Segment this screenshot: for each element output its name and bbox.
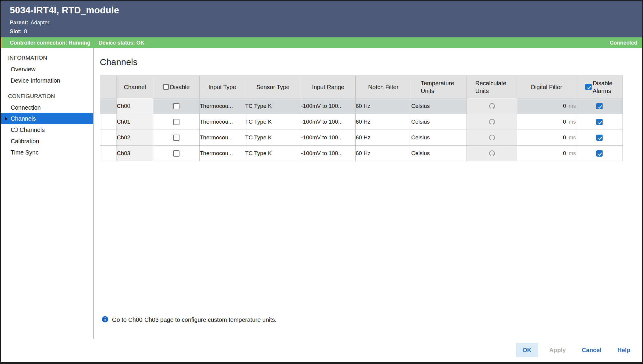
header-row-select <box>100 76 117 98</box>
input-range-cell[interactable]: -100mV to 100... <box>301 146 356 161</box>
cancel-button[interactable]: Cancel <box>577 343 606 357</box>
refresh-icon[interactable] <box>488 150 496 156</box>
digital-filter-value[interactable]: 0 <box>563 134 566 141</box>
sidebar-item-calibration[interactable]: Calibration <box>1 135 93 147</box>
slot-row: Slot:8 <box>10 28 642 35</box>
status-stripe <box>1 37 2 48</box>
disable-cell[interactable] <box>153 146 200 161</box>
temperature-units-cell[interactable]: Celsius <box>411 130 467 146</box>
header-disable-label: Disable <box>170 83 190 91</box>
page-title: Channels <box>100 57 642 67</box>
sidebar-item-channels[interactable]: Channels <box>1 113 93 124</box>
input-type-cell[interactable]: Thermocou... <box>200 146 245 161</box>
input-type-cell[interactable]: Thermocou... <box>200 98 245 114</box>
header-channel: Channel <box>117 76 153 98</box>
header-notch-filter: Notch Filter <box>356 76 411 98</box>
refresh-icon[interactable] <box>488 118 496 125</box>
help-button[interactable]: Help <box>613 343 635 357</box>
temperature-units-cell[interactable]: Celsius <box>411 146 467 161</box>
header-temperature-units: Temperature Units <box>411 76 467 98</box>
titlebar: 5034-IRT4I, RTD_module Parent:Adapter Sl… <box>1 1 642 37</box>
disable-alarms-all-checkbox[interactable] <box>585 84 592 90</box>
refresh-icon[interactable] <box>488 103 496 109</box>
disable-cell[interactable] <box>153 98 200 114</box>
table-row-ch01: Ch01 Thermocou... TC Type K -100mV to 10… <box>100 114 623 130</box>
ok-button[interactable]: OK <box>516 343 538 357</box>
table-row-ch02: Ch02 Thermocou... TC Type K -100mV to 10… <box>100 130 623 146</box>
row-selector-cell[interactable] <box>100 130 117 146</box>
input-type-cell[interactable]: Thermocou... <box>200 130 245 146</box>
disable-alarms-checkbox[interactable] <box>596 135 603 141</box>
notch-filter-cell[interactable]: 60 Hz <box>356 146 411 161</box>
main-content: Channels Channel Disable Input Type <box>94 48 642 363</box>
disable-alarms-cell[interactable] <box>576 114 623 130</box>
digital-filter-unit: ms <box>569 135 576 141</box>
digital-filter-cell[interactable]: 0ms <box>517 98 576 114</box>
digital-filter-unit: ms <box>569 103 576 109</box>
refresh-icon[interactable] <box>488 134 496 140</box>
input-type-cell[interactable]: Thermocou... <box>200 114 245 130</box>
sensor-type-cell[interactable]: TC Type K <box>245 130 301 146</box>
disable-cell[interactable] <box>153 130 200 146</box>
digital-filter-cell[interactable]: 0ms <box>517 130 576 146</box>
notch-filter-cell[interactable]: 60 Hz <box>356 114 411 130</box>
recalculate-units-cell[interactable] <box>467 98 517 114</box>
sidebar-item-cj-channels[interactable]: CJ Channels <box>1 124 93 135</box>
channel-cell: Ch00 <box>117 98 153 114</box>
header-input-range: Input Range <box>301 76 356 98</box>
status-bar: Controller connection: Running Device st… <box>1 37 642 48</box>
temperature-units-cell[interactable]: Celsius <box>411 98 467 114</box>
slot-value: 8 <box>24 29 27 34</box>
sensor-type-cell[interactable]: TC Type K <box>245 146 301 161</box>
parent-value: Adapter <box>31 20 49 26</box>
module-properties-window: 5034-IRT4I, RTD_module Parent:Adapter Sl… <box>0 0 643 364</box>
disable-all-checkbox[interactable] <box>163 84 169 90</box>
controller-connection-status: Controller connection: Running <box>10 40 90 46</box>
input-range-cell[interactable]: -100mV to 100... <box>301 98 356 114</box>
row-selector-cell[interactable] <box>100 98 117 114</box>
disable-checkbox[interactable] <box>173 103 179 109</box>
input-range-cell[interactable]: -100mV to 100... <box>301 114 356 130</box>
table-row-ch03: Ch03 Thermocou... TC Type K -100mV to 10… <box>100 146 623 161</box>
row-selector-cell[interactable] <box>100 146 117 161</box>
disable-checkbox[interactable] <box>173 119 179 125</box>
sidebar-item-time-sync[interactable]: Time Sync <box>1 147 93 158</box>
sidebar-item-connection[interactable]: Connection <box>1 102 93 113</box>
parent-label: Parent: <box>10 20 28 26</box>
parent-row: Parent:Adapter <box>10 19 642 26</box>
row-selector-cell[interactable] <box>100 114 117 130</box>
apply-button: Apply <box>545 343 571 357</box>
input-range-cell[interactable]: -100mV to 100... <box>301 130 356 146</box>
digital-filter-cell[interactable]: 0ms <box>517 146 576 161</box>
header-disable-alarms-label: Disable Alarms <box>593 79 614 95</box>
digital-filter-value[interactable]: 0 <box>563 103 566 109</box>
disable-cell[interactable] <box>153 114 200 130</box>
digital-filter-value[interactable]: 0 <box>563 150 566 156</box>
channels-table: Channel Disable Input Type Sensor Type I… <box>100 75 623 161</box>
sidebar-item-device-information[interactable]: Device Information <box>1 75 93 86</box>
header-disable-alarms: Disable Alarms <box>576 76 623 98</box>
channel-cell: Ch03 <box>117 146 153 161</box>
table-header-row: Channel Disable Input Type Sensor Type I… <box>100 76 623 98</box>
sensor-type-cell[interactable]: TC Type K <box>245 98 301 114</box>
disable-alarms-cell[interactable] <box>576 130 623 146</box>
disable-checkbox[interactable] <box>173 150 179 157</box>
notch-filter-cell[interactable]: 60 Hz <box>356 130 411 146</box>
recalculate-units-cell[interactable] <box>467 146 517 161</box>
recalculate-units-cell[interactable] <box>467 114 517 130</box>
disable-alarms-checkbox[interactable] <box>596 119 603 125</box>
disable-alarms-cell[interactable] <box>576 146 623 161</box>
recalculate-units-cell[interactable] <box>467 130 517 146</box>
notch-filter-cell[interactable]: 60 Hz <box>356 98 411 114</box>
digital-filter-value[interactable]: 0 <box>563 119 566 125</box>
digital-filter-cell[interactable]: 0ms <box>517 114 576 130</box>
selected-item-arrow-icon <box>5 117 7 121</box>
temperature-units-cell[interactable]: Celsius <box>411 114 467 130</box>
disable-alarms-cell[interactable] <box>576 98 623 114</box>
sidebar-item-overview[interactable]: Overview <box>1 64 93 75</box>
disable-checkbox[interactable] <box>173 135 179 141</box>
info-icon <box>102 316 108 324</box>
sensor-type-cell[interactable]: TC Type K <box>245 114 301 130</box>
disable-alarms-checkbox[interactable] <box>596 150 603 157</box>
disable-alarms-checkbox[interactable] <box>596 103 603 109</box>
